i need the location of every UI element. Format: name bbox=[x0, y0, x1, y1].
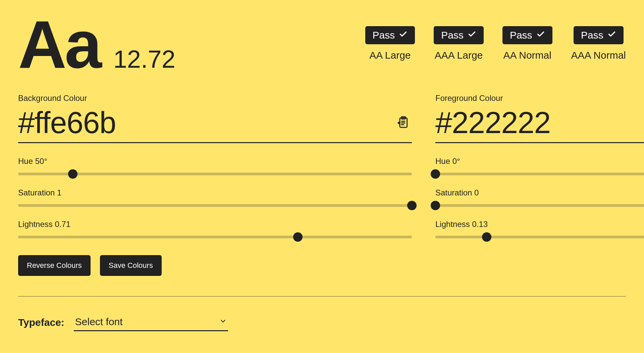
foreground-hex-input[interactable] bbox=[435, 106, 644, 140]
pass-badge: Pass bbox=[502, 26, 552, 44]
typeface-label: Typeface: bbox=[18, 317, 64, 328]
check-icon bbox=[468, 30, 476, 41]
save-colours-button[interactable]: Save Colours bbox=[100, 255, 162, 276]
typeface-select[interactable]: Select font bbox=[74, 313, 228, 331]
pass-badge: Pass bbox=[365, 26, 415, 44]
wcag-aa-normal: Pass AA Normal bbox=[502, 26, 552, 61]
fg-light-slider[interactable] bbox=[435, 232, 644, 242]
slider-thumb[interactable] bbox=[68, 169, 77, 179]
wcag-label: AAA Normal bbox=[571, 50, 626, 61]
bg-sat-label: Saturation 1 bbox=[18, 188, 412, 197]
background-column: Background Colour Hue 50° bbox=[18, 94, 412, 276]
check-icon bbox=[399, 30, 408, 41]
foreground-column: Foreground Colour Hue 0° bbox=[435, 94, 644, 276]
fg-sat-label: Saturation 0 bbox=[435, 188, 644, 197]
wcag-aa-large: Pass AA Large bbox=[365, 26, 415, 61]
pass-text: Pass bbox=[373, 30, 395, 41]
bg-sat-slider[interactable] bbox=[18, 201, 412, 210]
fg-light-label: Lightness 0.13 bbox=[435, 220, 644, 229]
wcag-label: AAA Large bbox=[435, 50, 483, 61]
bg-hue-slider[interactable] bbox=[18, 169, 412, 179]
reverse-colours-button[interactable]: Reverse Colours bbox=[18, 255, 91, 276]
slider-thumb[interactable] bbox=[482, 232, 491, 242]
sample-text: Aa bbox=[18, 16, 100, 73]
wcag-aaa-large: Pass AAA Large bbox=[434, 26, 484, 61]
typeface-placeholder: Select font bbox=[75, 316, 123, 328]
foreground-heading: Foreground Colour bbox=[435, 94, 644, 103]
bg-light-label: Lightness 0.71 bbox=[18, 220, 412, 229]
pass-text: Pass bbox=[441, 30, 464, 41]
bg-hue-label: Hue 50° bbox=[18, 157, 412, 166]
fg-sat-slider[interactable] bbox=[435, 201, 644, 210]
wcag-label: AA Large bbox=[369, 50, 411, 61]
fg-hue-label: Hue 0° bbox=[435, 157, 644, 166]
wcag-label: AA Normal bbox=[503, 50, 551, 61]
background-paste-button[interactable] bbox=[394, 114, 412, 132]
wcag-aaa-normal: Pass AAA Normal bbox=[571, 26, 626, 61]
pass-badge: Pass bbox=[434, 26, 484, 44]
check-icon bbox=[536, 30, 545, 41]
divider bbox=[18, 296, 626, 297]
slider-thumb[interactable] bbox=[431, 201, 440, 210]
check-icon bbox=[607, 30, 616, 41]
pass-text: Pass bbox=[581, 30, 603, 41]
wcag-results: Pass AA Large Pass AAA Large Pass bbox=[365, 26, 626, 61]
background-heading: Background Colour bbox=[18, 94, 412, 103]
sample-block: Aa 12.72 bbox=[18, 16, 175, 73]
chevron-down-icon bbox=[219, 317, 227, 326]
pass-text: Pass bbox=[510, 30, 532, 41]
fg-hue-slider[interactable] bbox=[435, 169, 644, 179]
slider-thumb[interactable] bbox=[407, 201, 417, 210]
slider-thumb[interactable] bbox=[293, 232, 303, 242]
bg-light-slider[interactable] bbox=[18, 232, 412, 242]
contrast-ratio: 12.72 bbox=[113, 45, 175, 73]
clipboard-icon bbox=[396, 125, 410, 130]
background-hex-input[interactable] bbox=[18, 106, 394, 140]
slider-thumb[interactable] bbox=[431, 169, 440, 179]
pass-badge: Pass bbox=[574, 26, 624, 44]
